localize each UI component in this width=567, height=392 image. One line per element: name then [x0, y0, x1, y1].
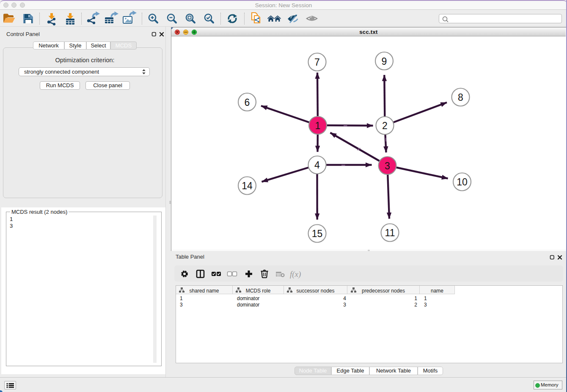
svg-text:3: 3	[385, 160, 390, 171]
svg-text:15: 15	[312, 228, 323, 239]
svg-text:4: 4	[314, 160, 320, 171]
svg-text:6: 6	[245, 97, 250, 108]
svg-text:9: 9	[382, 56, 387, 67]
svg-text:14: 14	[242, 180, 253, 191]
svg-text:8: 8	[458, 92, 463, 103]
svg-text:1: 1	[315, 120, 321, 131]
svg-text:11: 11	[385, 227, 395, 238]
svg-text:10: 10	[457, 177, 468, 188]
svg-text:2: 2	[382, 120, 388, 131]
svg-text:f(x): f(x)	[290, 270, 301, 279]
svg-text:7: 7	[314, 57, 320, 68]
